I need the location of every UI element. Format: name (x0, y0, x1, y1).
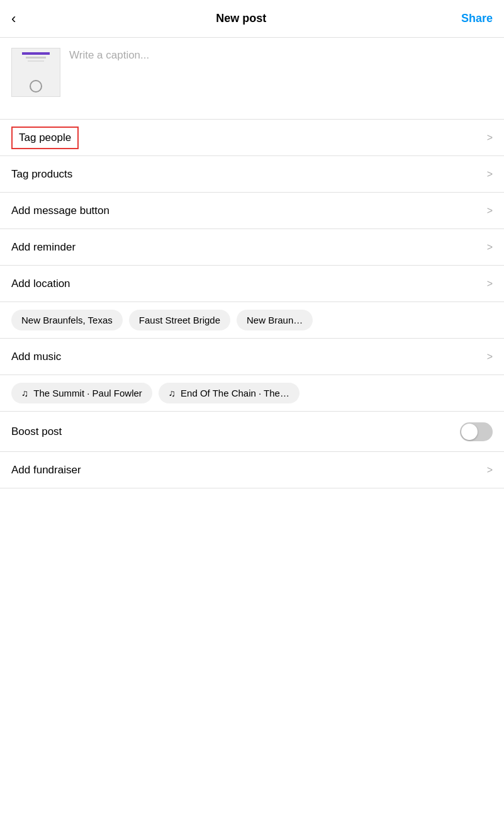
add-reminder-label: Add reminder (11, 241, 76, 254)
post-thumbnail (11, 48, 60, 97)
add-location-label: Add location (11, 278, 70, 290)
header: ‹ New post Share (0, 0, 504, 38)
add-location-chevron: > (487, 278, 493, 290)
music-chips-row: ♫ The Summit · Paul Fowler ♫ End Of The … (0, 375, 504, 412)
music-chip-1-label: The Summit · Paul Fowler (33, 388, 142, 398)
toggle-knob (461, 424, 478, 440)
tag-products-chevron: > (487, 169, 493, 180)
tag-products-label: Tag products (11, 168, 72, 181)
caption-input[interactable]: Write a caption... (69, 48, 493, 62)
music-note-icon-2: ♫ (169, 388, 176, 398)
music-chip-2-label: End Of The Chain · The… (181, 388, 289, 398)
boost-post-toggle[interactable] (460, 422, 493, 441)
location-chip-3[interactable]: New Braun… (237, 310, 313, 330)
location-chips-row: New Braunfels, Texas Faust Street Brigde… (0, 302, 504, 339)
add-music-row[interactable]: Add music > (0, 339, 504, 375)
add-location-row[interactable]: Add location > (0, 266, 504, 302)
page-title: New post (21, 12, 461, 25)
location-chip-1[interactable]: New Braunfels, Texas (11, 310, 123, 330)
add-message-button-label: Add message button (11, 205, 109, 217)
add-music-chevron: > (487, 351, 493, 363)
add-message-button-row[interactable]: Add message button > (0, 193, 504, 229)
add-fundraiser-chevron: > (487, 465, 493, 476)
music-note-icon-1: ♫ (21, 388, 28, 398)
back-button[interactable]: ‹ (11, 8, 21, 30)
boost-post-row: Boost post (0, 412, 504, 452)
boost-post-label: Boost post (11, 425, 62, 438)
location-chip-2[interactable]: Faust Street Brigde (129, 310, 230, 330)
tag-people-row[interactable]: Tag people > (0, 120, 504, 156)
music-chip-2[interactable]: ♫ End Of The Chain · The… (159, 383, 300, 403)
add-message-button-chevron: > (487, 205, 493, 217)
caption-area: Write a caption... (0, 38, 504, 120)
music-chip-1[interactable]: ♫ The Summit · Paul Fowler (11, 383, 152, 403)
tag-people-chevron: > (487, 132, 493, 144)
tag-products-row[interactable]: Tag products > (0, 156, 504, 193)
add-reminder-row[interactable]: Add reminder > (0, 229, 504, 266)
share-button[interactable]: Share (461, 12, 493, 25)
add-fundraiser-label: Add fundraiser (11, 464, 81, 476)
tag-people-highlight-box: Tag people (11, 127, 79, 149)
add-fundraiser-row[interactable]: Add fundraiser > (0, 452, 504, 488)
tag-people-label: Tag people (19, 132, 71, 144)
add-music-label: Add music (11, 351, 61, 363)
add-reminder-chevron: > (487, 242, 493, 253)
